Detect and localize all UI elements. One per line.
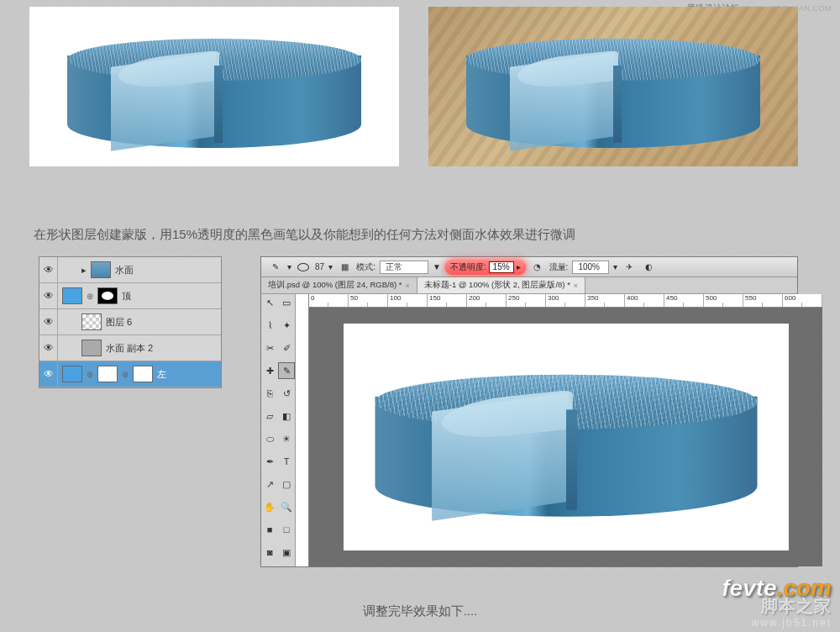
layer-row-selected[interactable]: 👁 ⊕⊕左 bbox=[39, 361, 221, 387]
visibility-toggle[interactable]: 👁 bbox=[39, 335, 58, 361]
link-icon[interactable]: ⊕ bbox=[87, 292, 93, 301]
brush-size-label: 87 bbox=[315, 262, 324, 271]
stamp-tool[interactable]: ⎘ bbox=[261, 385, 278, 402]
zoom-tool[interactable]: 🔍 bbox=[278, 498, 295, 515]
photoshop-panel: ✎ ▾ 87 ▾ ▦ 模式: 正常 ▼ 不透明度: 15% ▸ ◔ 流量: 10… bbox=[260, 256, 798, 567]
layer-thumb[interactable] bbox=[81, 313, 102, 330]
watermark-bottom: fevte.com 脚本之家 www.jb51.net bbox=[722, 575, 832, 629]
visibility-toggle[interactable]: 👁 bbox=[39, 309, 58, 335]
mask-thumb-2[interactable] bbox=[133, 366, 153, 382]
visibility-toggle[interactable]: 👁 bbox=[39, 283, 58, 309]
link-icon[interactable]: ⊕ bbox=[122, 370, 129, 379]
history-brush-tool[interactable]: ↺ bbox=[278, 385, 295, 402]
result-on-sand bbox=[428, 7, 798, 166]
document-tabs: 培训.psd @ 100% (图层 24, RGB/8) *× 未标题-1 @ … bbox=[261, 277, 797, 294]
layer-name: 水面 bbox=[115, 264, 134, 276]
layer-name: 左 bbox=[157, 368, 166, 381]
eyedropper-tool[interactable]: ✐ bbox=[278, 340, 295, 356]
layer-row[interactable]: 👁 水面 副本 2 bbox=[39, 335, 221, 361]
ruler-vertical bbox=[296, 308, 309, 566]
layer-thumb[interactable] bbox=[91, 261, 111, 278]
chevron-down-icon[interactable]: ▼ bbox=[433, 262, 441, 271]
brush-tool-icon[interactable]: ✎ bbox=[268, 260, 283, 275]
mask-thumb[interactable] bbox=[97, 287, 118, 304]
chevron-down-icon[interactable]: ▾ bbox=[287, 262, 291, 271]
fg-color[interactable]: ■ bbox=[261, 521, 278, 538]
layer-row[interactable]: 👁 图层 6 bbox=[39, 309, 221, 335]
instruction-paragraph-2: 调整完毕效果如下.... bbox=[363, 603, 478, 619]
opacity-value[interactable]: 15% bbox=[489, 261, 514, 273]
path-tool[interactable]: ↗ bbox=[261, 476, 278, 492]
dodge-tool[interactable]: ☀ bbox=[278, 430, 295, 447]
shape-tool[interactable]: ▢ bbox=[278, 476, 295, 492]
instruction-paragraph-1: 在形状图层创建蒙版，用15%透明度的黑色画笔以及你能想到的任何方法对侧面水体效果… bbox=[34, 227, 575, 243]
arrow-icon[interactable]: ▸ bbox=[517, 262, 521, 271]
hand-tool[interactable]: ✋ bbox=[261, 498, 278, 515]
mask-thumb[interactable] bbox=[97, 366, 118, 382]
layer-thumb[interactable] bbox=[81, 340, 102, 356]
result-on-white bbox=[29, 7, 399, 166]
link-icon[interactable]: ⊕ bbox=[87, 370, 93, 379]
layers-panel: 👁 ▸水面 👁 ⊕顶 👁 图层 6 👁 水面 副本 2 👁 ⊕⊕左 bbox=[39, 256, 222, 388]
layer-thumb[interactable] bbox=[62, 287, 82, 304]
flow-value[interactable]: 100% bbox=[572, 261, 609, 274]
airbrush-icon[interactable]: ✈ bbox=[622, 260, 637, 275]
wand-tool[interactable]: ✦ bbox=[278, 317, 295, 334]
ruler-horizontal: 050100150200250300350400450500550600 bbox=[309, 294, 822, 308]
bg-color[interactable]: □ bbox=[278, 521, 295, 538]
layer-thumb[interactable] bbox=[62, 366, 82, 382]
gradient-tool[interactable]: ◧ bbox=[278, 408, 295, 424]
move-tool[interactable]: ↖ bbox=[261, 294, 278, 311]
quickmask-toggle[interactable]: ◙ bbox=[261, 544, 278, 561]
panel-toggle-icon[interactable]: ▦ bbox=[337, 260, 352, 275]
pressure-size-icon[interactable]: ◐ bbox=[641, 260, 656, 275]
marquee-tool[interactable]: ▭ bbox=[278, 294, 295, 311]
tab-untitled[interactable]: 未标题-1 @ 100% (形状 2, 图层蒙版/8) *× bbox=[417, 277, 585, 293]
close-icon[interactable]: × bbox=[574, 282, 578, 290]
flow-label: 流量: bbox=[549, 261, 569, 273]
chevron-down-icon[interactable]: ▾ bbox=[328, 262, 333, 271]
type-tool[interactable]: T bbox=[278, 453, 295, 470]
pen-tool[interactable]: ✒ bbox=[261, 453, 278, 470]
eraser-tool[interactable]: ▱ bbox=[261, 408, 278, 424]
tools-palette: ↖▭ ⌇✦ ✂✐ ✚✎ ⎘↺ ▱◧ ⬭☀ ✒T ↗▢ ✋🔍 ■□ ◙▣ bbox=[261, 294, 296, 566]
lasso-tool[interactable]: ⌇ bbox=[261, 317, 278, 334]
brush-tool[interactable]: ✎ bbox=[278, 362, 295, 379]
layer-name: 图层 6 bbox=[106, 316, 132, 329]
crop-tool[interactable]: ✂ bbox=[261, 340, 278, 356]
mode-label: 模式: bbox=[356, 261, 375, 273]
ruler-corner bbox=[296, 294, 309, 308]
tab-training[interactable]: 培训.psd @ 100% (图层 24, RGB/8) *× bbox=[261, 277, 417, 293]
canvas-content bbox=[344, 324, 789, 550]
blur-tool[interactable]: ⬭ bbox=[261, 430, 278, 447]
layer-row[interactable]: 👁 ⊕顶 bbox=[39, 283, 221, 309]
layer-row[interactable]: 👁 ▸水面 bbox=[39, 257, 221, 283]
visibility-toggle[interactable]: 👁 bbox=[39, 257, 58, 283]
heal-tool[interactable]: ✚ bbox=[261, 362, 278, 379]
screen-mode[interactable]: ▣ bbox=[278, 544, 295, 561]
expand-icon[interactable]: ▸ bbox=[81, 265, 87, 276]
hero-images bbox=[29, 7, 798, 166]
options-bar: ✎ ▾ 87 ▾ ▦ 模式: 正常 ▼ 不透明度: 15% ▸ ◔ 流量: 10… bbox=[261, 257, 797, 277]
close-icon[interactable]: × bbox=[405, 282, 409, 290]
canvas[interactable] bbox=[309, 308, 822, 566]
pressure-opacity-icon[interactable]: ◔ bbox=[530, 260, 545, 275]
layer-name: 顶 bbox=[122, 290, 131, 303]
blend-mode-select[interactable]: 正常 bbox=[380, 261, 428, 274]
opacity-control-highlighted[interactable]: 不透明度: 15% ▸ bbox=[445, 260, 526, 275]
opacity-label: 不透明度: bbox=[450, 261, 486, 273]
layer-name: 水面 副本 2 bbox=[106, 342, 153, 355]
visibility-toggle[interactable]: 👁 bbox=[39, 361, 58, 387]
chevron-down-icon[interactable]: ▾ bbox=[613, 262, 617, 271]
